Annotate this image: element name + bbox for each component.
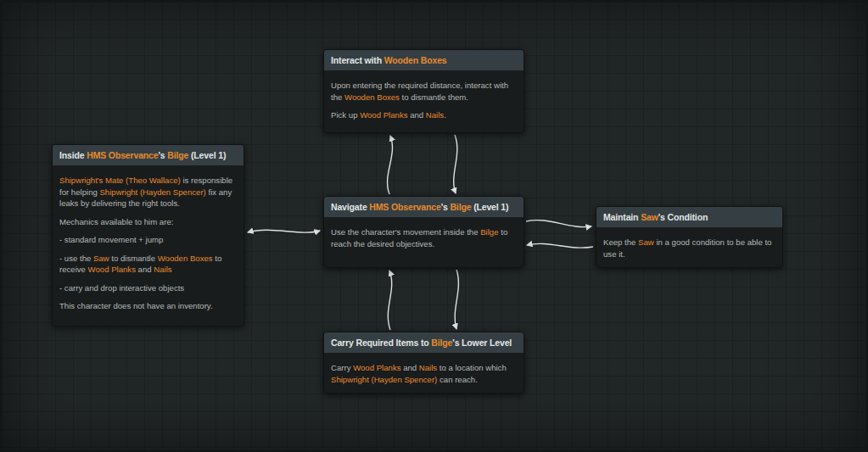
- edge-left-center: [248, 230, 320, 232]
- node-title: Maintain Saw's Condition: [596, 207, 782, 227]
- edge-center-to-right: [526, 220, 591, 227]
- node-interact-wooden-boxes[interactable]: Interact with Wooden Boxes Upon entering…: [323, 49, 524, 133]
- node-title: Inside HMS Observance's Bilge (Level 1): [53, 145, 244, 165]
- node-navigate-bilge[interactable]: Navigate HMS Observance's Bilge (Level 1…: [323, 196, 524, 268]
- node-title: Interact with Wooden Boxes: [324, 50, 524, 70]
- edge-center-to-top: [388, 136, 393, 194]
- node-title: Carry Required Items to Bilge's Lower Le…: [324, 332, 524, 353]
- node-body: Shipwright's Mate (Theo Wallace) is resp…: [53, 165, 244, 320]
- node-inside-bilge[interactable]: Inside HMS Observance's Bilge (Level 1) …: [52, 144, 244, 326]
- node-body: Upon entering the required distance, int…: [324, 70, 524, 129]
- edge-bottom-to-center: [388, 271, 391, 330]
- graph-canvas[interactable]: Interact with Wooden Boxes Upon entering…: [0, 0, 868, 452]
- edge-center-to-bottom: [455, 270, 458, 329]
- node-body: Keep the Saw in a good condition to be a…: [596, 227, 782, 267]
- node-maintain-saw[interactable]: Maintain Saw's Condition Keep the Saw in…: [596, 206, 783, 268]
- node-body: Carry Wood Planks and Nails to a locatio…: [324, 353, 524, 393]
- node-title: Navigate HMS Observance's Bilge (Level 1…: [324, 197, 524, 217]
- node-carry-items[interactable]: Carry Required Items to Bilge's Lower Le…: [323, 332, 524, 393]
- edge-right-to-center: [527, 243, 593, 248]
- edge-top-to-center: [454, 135, 457, 193]
- node-body: Use the character's movement inside the …: [324, 217, 524, 257]
